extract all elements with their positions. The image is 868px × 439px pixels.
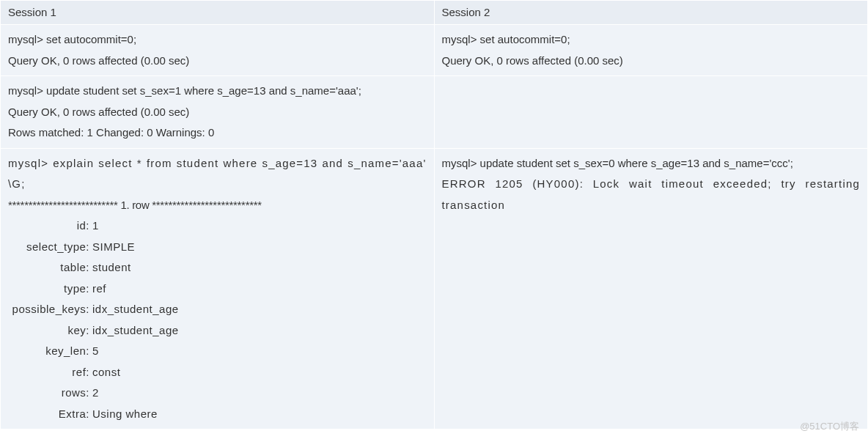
s2-update-cmd: mysql> update student set s_sex=0 where … bbox=[442, 153, 861, 174]
s1-explain-stars: *************************** 1. row *****… bbox=[8, 195, 427, 216]
explain-id: id: 1 bbox=[8, 215, 427, 237]
session1-explain-cell: mysql> explain select * from student whe… bbox=[1, 148, 435, 429]
session1-autocommit-cell: mysql> set autocommit=0; Query OK, 0 row… bbox=[1, 25, 435, 76]
explain-possible-keys-val: idx_student_age bbox=[92, 299, 179, 320]
explain-key-label: key: bbox=[8, 320, 92, 342]
update-row: mysql> update student set s_sex=1 where … bbox=[1, 76, 868, 149]
explain-extra-label: Extra: bbox=[8, 404, 92, 425]
explain-possible-keys-label: possible_keys: bbox=[8, 299, 92, 320]
session1-update-cell: mysql> update student set s_sex=1 where … bbox=[1, 76, 435, 149]
watermark: @51CTO博客 bbox=[800, 420, 859, 433]
explain-ref-val: const bbox=[92, 362, 120, 383]
explain-key-len-val: 5 bbox=[92, 341, 99, 362]
explain-possible-keys: possible_keys: idx_student_age bbox=[8, 299, 427, 320]
s1-explain-cmd: mysql> explain select * from student whe… bbox=[8, 153, 427, 195]
explain-select-type-label: select_type: bbox=[8, 237, 92, 258]
explain-type: type: ref bbox=[8, 278, 427, 300]
s1-update-result: Query OK, 0 rows affected (0.00 sec) bbox=[8, 102, 427, 123]
explain-select-type-val: SIMPLE bbox=[92, 237, 135, 258]
explain-extra: Extra: Using where bbox=[8, 404, 427, 425]
s1-update-cmd: mysql> update student set s_sex=1 where … bbox=[8, 81, 427, 102]
session2-autocommit-cell: mysql> set autocommit=0; Query OK, 0 row… bbox=[434, 25, 868, 76]
session2-lock-cell: mysql> update student set s_sex=0 where … bbox=[434, 148, 868, 429]
explain-rows: rows: 2 bbox=[8, 383, 427, 404]
explain-select-type: select_type: SIMPLE bbox=[8, 237, 427, 258]
explain-row: mysql> explain select * from student whe… bbox=[1, 148, 868, 429]
autocommit-row: mysql> set autocommit=0; Query OK, 0 row… bbox=[1, 25, 868, 76]
explain-output: id: 1 select_type: SIMPLE table: student… bbox=[8, 215, 427, 424]
explain-rows-val: 2 bbox=[92, 383, 99, 404]
explain-ref-label: ref: bbox=[8, 362, 92, 383]
explain-extra-val: Using where bbox=[92, 404, 158, 425]
explain-type-val: ref bbox=[92, 278, 106, 300]
session2-update-empty-cell bbox=[434, 76, 868, 149]
explain-table-val: student bbox=[92, 257, 131, 278]
explain-key: key: idx_student_age bbox=[8, 320, 427, 342]
explain-ref: ref: const bbox=[8, 362, 427, 383]
s1-update-matched: Rows matched: 1 Changed: 0 Warnings: 0 bbox=[8, 122, 427, 144]
explain-key-val: idx_student_age bbox=[92, 320, 179, 342]
explain-rows-label: rows: bbox=[8, 383, 92, 404]
session2-header: Session 2 bbox=[434, 1, 868, 25]
s1-autocommit-cmd: mysql> set autocommit=0; bbox=[8, 29, 427, 51]
s1-autocommit-result: Query OK, 0 rows affected (0.00 sec) bbox=[8, 51, 427, 72]
explain-type-label: type: bbox=[8, 278, 92, 300]
session1-header: Session 1 bbox=[1, 1, 435, 25]
explain-id-val: 1 bbox=[92, 215, 99, 237]
s2-lock-error: ERROR 1205 (HY000): Lock wait timeout ex… bbox=[442, 174, 861, 215]
explain-table-label: table: bbox=[8, 257, 92, 278]
header-row: Session 1 Session 2 bbox=[1, 1, 868, 25]
s2-autocommit-result: Query OK, 0 rows affected (0.00 sec) bbox=[442, 51, 861, 72]
explain-key-len-label: key_len: bbox=[8, 341, 92, 362]
explain-id-label: id: bbox=[8, 215, 92, 237]
session-comparison-table: Session 1 Session 2 mysql> set autocommi… bbox=[0, 0, 868, 429]
explain-table: table: student bbox=[8, 257, 427, 278]
explain-key-len: key_len: 5 bbox=[8, 341, 427, 362]
s2-autocommit-cmd: mysql> set autocommit=0; bbox=[442, 29, 861, 51]
